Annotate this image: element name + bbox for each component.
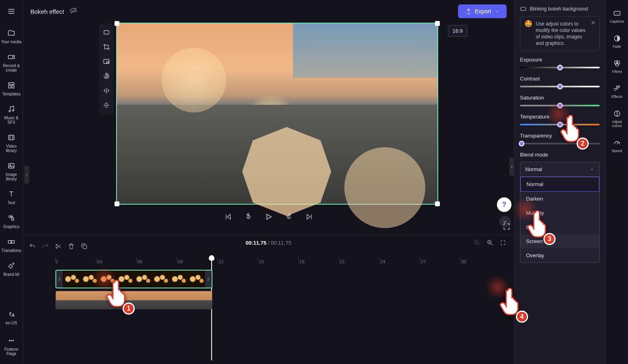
- fade-tab[interactable]: Fade: [612, 30, 622, 53]
- image-icon: [6, 161, 16, 171]
- flip-h-tool[interactable]: [102, 86, 111, 95]
- timecode: 00:11.75 / 00:11.75: [246, 240, 291, 246]
- blend-option-darken[interactable]: Darken: [520, 192, 599, 206]
- effects-tab[interactable]: Effects: [611, 80, 623, 103]
- skip-back-button[interactable]: [223, 211, 234, 222]
- adjust-colors-tab[interactable]: Adjust colors: [606, 105, 628, 132]
- svg-point-28: [56, 244, 57, 245]
- clip-icon: [520, 6, 526, 12]
- contrast-label: Contrast: [520, 76, 600, 82]
- zoom-in-button[interactable]: [486, 239, 494, 248]
- nav-label: Your media: [1, 40, 21, 44]
- blend-selected-value: Normal: [525, 166, 542, 172]
- project-title[interactable]: Bokeh effect: [30, 8, 64, 15]
- resize-handle-br[interactable]: [435, 201, 440, 206]
- nav-image-library[interactable]: Image library: [0, 157, 23, 185]
- transparency-label: Transparency: [520, 133, 600, 139]
- nav-graphics[interactable]: Graphics: [2, 209, 20, 233]
- track-bokeh-clip[interactable]: || ||: [55, 270, 212, 288]
- rotate-tool[interactable]: [102, 71, 111, 81]
- temperature-slider[interactable]: [520, 124, 600, 125]
- ruler-tick: :06: [136, 259, 177, 264]
- blend-option-normal[interactable]: Normal: [520, 177, 599, 192]
- resize-handle-bl[interactable]: [115, 201, 119, 206]
- nav-brand-kit[interactable]: Brand kit: [2, 257, 20, 281]
- zoom-fit-button[interactable]: [499, 239, 507, 248]
- svg-rect-25: [106, 61, 108, 63]
- film-icon: [6, 133, 16, 142]
- timeline-panel: 00:11.75 / 00:11.75 0:03:06:09:12:15:18:…: [23, 235, 514, 364]
- zoom-out-button[interactable]: [473, 239, 481, 248]
- split-button[interactable]: [55, 243, 62, 250]
- pip-tool[interactable]: [102, 57, 111, 66]
- resize-handle-tr[interactable]: [435, 21, 440, 26]
- svg-point-29: [56, 247, 57, 248]
- filters-tab[interactable]: Filters: [611, 55, 623, 78]
- redo-button[interactable]: [42, 243, 49, 250]
- delete-button[interactable]: [68, 243, 75, 250]
- blend-mode-select[interactable]: Normal: [520, 162, 599, 176]
- nav-text[interactable]: Text: [6, 185, 17, 209]
- nav-templates[interactable]: Templates: [1, 76, 21, 100]
- tip-emoji-icon: 🤩: [524, 21, 533, 47]
- nav-label: Music & SFX: [1, 116, 22, 125]
- current-time: 00:11.75: [246, 240, 266, 246]
- preview-canvas[interactable]: [116, 23, 438, 205]
- contrast-slider[interactable]: [520, 86, 600, 87]
- flip-v-tool[interactable]: [102, 100, 111, 110]
- blend-option-overlay[interactable]: Overlay: [520, 248, 599, 262]
- rewind-5-button[interactable]: 5: [243, 211, 254, 222]
- resize-handle-tl[interactable]: [115, 21, 119, 26]
- blend-option-lighten[interactable]: Lighten: [520, 220, 599, 234]
- captions-tab[interactable]: Captions: [609, 5, 625, 28]
- blend-option-multiply[interactable]: Multiply: [520, 206, 599, 220]
- play-button[interactable]: [263, 211, 274, 222]
- total-time: 00:11.75: [271, 240, 291, 246]
- nav-video-library[interactable]: Video library: [0, 129, 23, 157]
- nav-record-create[interactable]: Record & create: [0, 48, 23, 76]
- menu-button[interactable]: [3, 3, 19, 19]
- svg-rect-38: [521, 7, 526, 11]
- locale-button[interactable]: en-US: [5, 305, 18, 329]
- svg-point-44: [616, 61, 620, 64]
- blend-mode-options: NormalDarkenMultiplyLightenScreenOverlay: [520, 176, 599, 262]
- ruler-tick: :21: [339, 259, 379, 264]
- filters-icon: [613, 59, 622, 68]
- fullscreen-button[interactable]: [503, 222, 511, 232]
- svg-line-37: [491, 243, 492, 245]
- export-button[interactable]: Export: [458, 4, 507, 18]
- svg-rect-41: [614, 11, 620, 15]
- clip-handle-right[interactable]: ||: [205, 271, 212, 288]
- temperature-label: Temperature: [520, 114, 600, 120]
- duplicate-button[interactable]: [81, 243, 88, 250]
- help-button[interactable]: ?: [497, 197, 511, 212]
- skip-forward-button[interactable]: [303, 211, 315, 222]
- feature-flags-button[interactable]: Feature Flags: [0, 332, 23, 360]
- clip-handle-left[interactable]: ||: [56, 271, 63, 288]
- text-icon: [6, 189, 16, 199]
- svg-rect-30: [83, 245, 87, 249]
- fit-tool[interactable]: [102, 28, 111, 37]
- timeline-ruler[interactable]: 0:03:06:09:12:15:18:21:24:27:30: [23, 254, 514, 267]
- undo-button[interactable]: [29, 243, 36, 250]
- blend-option-screen[interactable]: Screen: [520, 234, 599, 248]
- nav-your-media[interactable]: Your media: [0, 24, 22, 48]
- svg-point-21: [13, 340, 13, 341]
- playback-controls: 5 5: [223, 209, 315, 225]
- exposure-slider[interactable]: [520, 67, 600, 68]
- collapse-panel-button[interactable]: ›: [509, 158, 514, 176]
- nav-music[interactable]: Music & SFX: [0, 100, 23, 129]
- cloud-sync-icon[interactable]: [70, 6, 78, 16]
- close-tip-button[interactable]: [590, 20, 596, 27]
- transparency-slider[interactable]: [520, 143, 600, 144]
- speed-tab[interactable]: Speed: [611, 134, 623, 157]
- expand-media-panel-button[interactable]: ›: [24, 166, 29, 184]
- nav-transitions[interactable]: Transitions: [1, 233, 22, 257]
- track-sunset-clip[interactable]: [55, 291, 212, 309]
- aspect-ratio-button[interactable]: 16:9: [448, 25, 467, 37]
- saturation-slider[interactable]: [520, 105, 600, 106]
- shapes-icon: [6, 213, 16, 223]
- nav-label: Templates: [2, 92, 21, 96]
- crop-tool[interactable]: [102, 42, 111, 52]
- ruler-tick: :15: [258, 259, 298, 264]
